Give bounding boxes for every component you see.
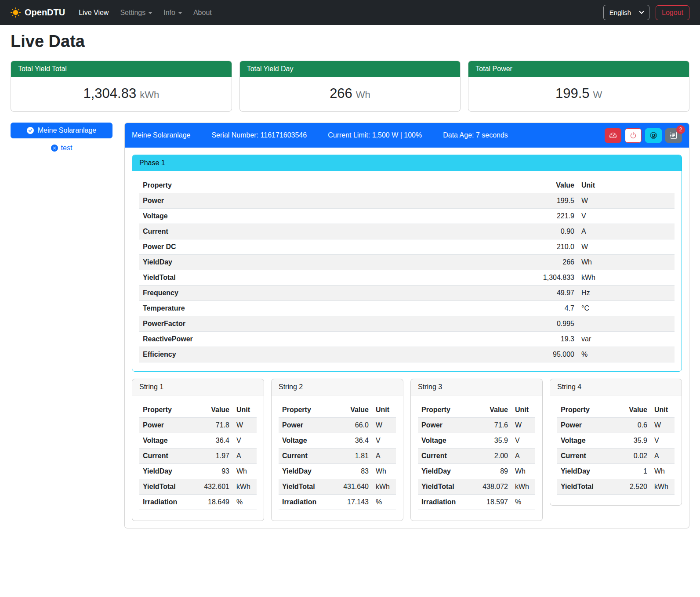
- table-row: YieldTotal 2.520 kWh: [557, 479, 675, 495]
- page-title: Live Data: [11, 32, 689, 51]
- table-header-row: PropertyValueUnit: [418, 402, 535, 418]
- string-card-string-1: String 1 PropertyValueUnit Power 71.8 W …: [132, 379, 264, 521]
- unit-cell: W: [233, 418, 257, 433]
- property-cell: Frequency: [139, 286, 530, 301]
- power-button[interactable]: [625, 128, 642, 143]
- table-row: Voltage 35.9 V: [418, 433, 535, 449]
- speedometer-button[interactable]: [605, 128, 621, 143]
- property-cell: Current: [139, 449, 192, 464]
- unit-cell: A: [651, 449, 675, 464]
- unit-cell: A: [233, 449, 257, 464]
- value-cell: 89: [471, 464, 511, 479]
- value-cell: 0.02: [610, 449, 651, 464]
- property-cell: YieldDay: [557, 464, 610, 479]
- value-cell: 18.597: [471, 495, 511, 510]
- column-header-value: Value: [610, 402, 651, 418]
- table-row: Irradiation 18.597 %: [418, 495, 535, 510]
- property-cell: Voltage: [139, 209, 530, 224]
- column-header-property: Property: [279, 402, 332, 418]
- summary-card-unit: W: [593, 89, 602, 100]
- column-header-property: Property: [139, 178, 530, 193]
- inverter-panel-body: Phase 1 PropertyValueUnit Power 199.5 W …: [125, 148, 689, 528]
- unit-cell: Wh: [233, 464, 257, 479]
- table-row: YieldDay 266 Wh: [139, 255, 675, 270]
- unit-cell: kWh: [233, 479, 257, 495]
- inverter-name: Meine Solaranlage: [132, 131, 190, 139]
- string-card-title: String 1: [132, 379, 264, 395]
- inverter-select-meine-solaranlage[interactable]: Meine Solaranlage: [11, 123, 112, 138]
- property-cell: Irradiation: [139, 495, 192, 510]
- cpu-button[interactable]: [645, 128, 662, 143]
- summary-card-value: 199.5: [555, 86, 590, 101]
- unit-cell: %: [372, 495, 396, 510]
- nav-item-info[interactable]: Info: [158, 5, 188, 20]
- property-cell: YieldTotal: [279, 479, 332, 495]
- table-row: PowerFactor 0.995: [139, 316, 675, 332]
- table-header-row: PropertyValueUnit: [139, 178, 675, 193]
- table-row: YieldTotal 1,304.833 kWh: [139, 270, 675, 286]
- column-header-unit: Unit: [233, 402, 257, 418]
- value-cell: 432.601: [192, 479, 233, 495]
- summary-card-total-power: Total Power 199.5W: [468, 61, 689, 112]
- value-cell: 49.97: [530, 286, 578, 301]
- value-cell: 35.9: [471, 433, 511, 449]
- value-cell: 93: [192, 464, 233, 479]
- value-cell: 438.072: [471, 479, 511, 495]
- property-cell: Power: [557, 418, 610, 433]
- property-cell: YieldDay: [139, 255, 530, 270]
- column-header-value: Value: [530, 178, 578, 193]
- string-card-body: PropertyValueUnit Power 71.6 W Voltage 3…: [411, 395, 542, 521]
- nav-item-settings[interactable]: Settings: [114, 5, 158, 20]
- table-header-row: PropertyValueUnit: [279, 402, 396, 418]
- phase-card-body: PropertyValueUnit Power 199.5 W Voltage …: [132, 171, 682, 371]
- inverter-label: test: [61, 144, 73, 152]
- inverter-select-test[interactable]: test: [11, 142, 112, 154]
- check-circle-icon: [27, 127, 34, 134]
- value-cell: 0.6: [610, 418, 651, 433]
- inverter-panel: Meine Solaranlage Serial Number: 1161716…: [124, 123, 689, 528]
- column-header-value: Value: [471, 402, 511, 418]
- string-card-title: String 3: [411, 379, 542, 395]
- unit-cell: V: [651, 433, 675, 449]
- journal-button[interactable]: 2: [665, 128, 682, 143]
- value-cell: 71.8: [192, 418, 233, 433]
- property-cell: Power: [139, 418, 192, 433]
- value-cell: 2.00: [471, 449, 511, 464]
- unit-cell: °C: [578, 301, 675, 316]
- string-card-string-2: String 2 PropertyValueUnit Power 66.0 W …: [271, 379, 403, 521]
- column-header-unit: Unit: [372, 402, 396, 418]
- property-cell: Power DC: [139, 239, 530, 255]
- unit-cell: kWh: [372, 479, 396, 495]
- property-cell: Efficiency: [139, 347, 530, 362]
- table-row: Efficiency 95.000 %: [139, 347, 675, 362]
- unit-cell: kWh: [651, 479, 675, 495]
- property-cell: PowerFactor: [139, 316, 530, 332]
- value-cell: 431.640: [332, 479, 372, 495]
- nav-item-live-view[interactable]: Live View: [73, 5, 114, 20]
- unit-cell: W: [511, 418, 535, 433]
- unit-cell: %: [578, 347, 675, 362]
- power-icon: [630, 132, 637, 139]
- table-header-row: PropertyValueUnit: [557, 402, 675, 418]
- summary-card-body: 199.5W: [468, 77, 689, 111]
- table-row: YieldTotal 432.601 kWh: [139, 479, 257, 495]
- property-cell: Irradiation: [418, 495, 471, 510]
- property-cell: Power: [279, 418, 332, 433]
- summary-card-unit: Wh: [356, 89, 370, 100]
- unit-cell: V: [233, 433, 257, 449]
- unit-cell: Wh: [651, 464, 675, 479]
- table-row: Current 0.90 A: [139, 224, 675, 239]
- string-card-body: PropertyValueUnit Power 0.6 W Voltage 35…: [550, 395, 682, 505]
- inverter-sidebar: Meine Solaranlagetest: [11, 123, 112, 154]
- nav-item-about[interactable]: About: [188, 5, 218, 20]
- language-select[interactable]: English: [603, 5, 649, 20]
- data-age: Data Age: 7 seconds: [443, 131, 508, 139]
- table-row: Frequency 49.97 Hz: [139, 286, 675, 301]
- chevron-down-icon: [639, 9, 644, 14]
- logout-button[interactable]: Logout: [656, 5, 689, 20]
- value-cell: 17.143: [332, 495, 372, 510]
- table-row: Current 1.81 A: [279, 449, 396, 464]
- brand-link[interactable]: OpenDTU: [11, 7, 65, 18]
- property-cell: Current: [139, 224, 530, 239]
- table-row: Temperature 4.7 °C: [139, 301, 675, 316]
